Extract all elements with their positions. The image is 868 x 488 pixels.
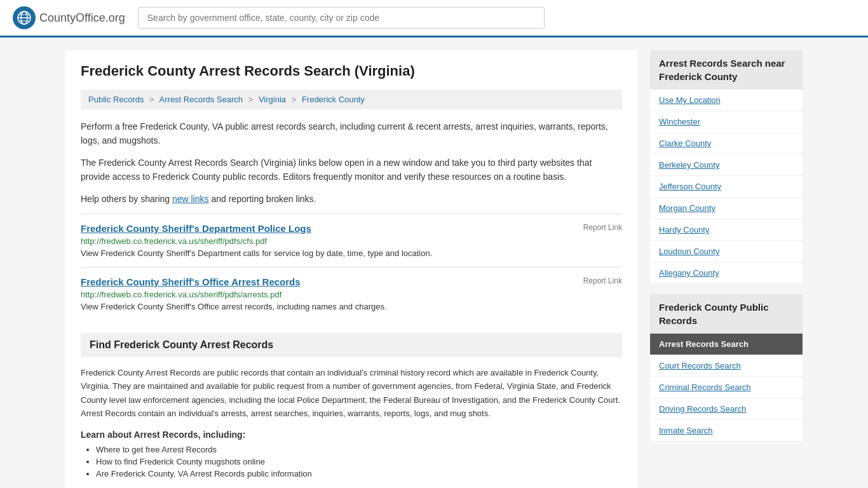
search-bar-container <box>138 7 545 29</box>
breadcrumb-virginia[interactable]: Virginia <box>259 95 286 104</box>
logo-text: CountyOffice.org <box>39 11 125 25</box>
sidebar-pr-arrest-records[interactable]: Arrest Records Search <box>650 334 803 355</box>
sidebar-public-records-section: Frederick County Public Records Arrest R… <box>650 294 803 442</box>
new-links-link[interactable]: new links <box>172 194 209 204</box>
learn-title: Learn about Arrest Records, including: <box>81 430 622 440</box>
sidebar-nearby-jefferson-county[interactable]: Jefferson County <box>650 176 803 198</box>
sidebar-nearby-hardy-county[interactable]: Hardy County <box>650 219 803 241</box>
find-section-title: Find Frederick County Arrest Records <box>81 333 622 357</box>
breadcrumb-arrest-records-search[interactable]: Arrest Records Search <box>159 95 243 104</box>
search-input[interactable] <box>138 7 545 29</box>
report-link-2[interactable]: Report Link <box>583 276 622 285</box>
sidebar-nearby-allegany-county[interactable]: Allegany County <box>650 262 803 284</box>
description-2: The Frederick County Arrest Records Sear… <box>81 156 622 184</box>
sidebar-nearby-loudoun-county[interactable]: Loudoun County <box>650 241 803 262</box>
result-url-1[interactable]: http://fredweb.co.frederick.va.us/sherif… <box>81 236 622 246</box>
sidebar: Arrest Records Search near Frederick Cou… <box>650 50 803 488</box>
sidebar-public-records-title: Frederick County Public Records <box>650 294 803 334</box>
sidebar-pr-criminal-records[interactable]: Criminal Records Search <box>650 377 803 398</box>
bullet-item-1: Where to get free Arrest Records <box>96 445 622 454</box>
bullet-list: Where to get free Arrest Records How to … <box>81 445 622 478</box>
result-item-1: Frederick County Sheriff's Department Po… <box>81 214 622 267</box>
sidebar-nearby-title: Arrest Records Search near Frederick Cou… <box>650 50 803 90</box>
logo-link[interactable]: CountyOffice.org <box>13 6 125 29</box>
breadcrumb-frederick-county[interactable]: Frederick County <box>302 95 365 104</box>
main-wrapper: Frederick County Arrest Records Search (… <box>53 37 815 488</box>
result-desc-2: View Frederick County Sheriff's Office a… <box>81 302 622 311</box>
sidebar-nearby-morgan-county[interactable]: Morgan County <box>650 198 803 219</box>
find-section: Find Frederick County Arrest Records Fre… <box>81 333 622 478</box>
sidebar-pr-driving-records[interactable]: Driving Records Search <box>650 398 803 420</box>
sidebar-nearby-berkeley-county[interactable]: Berkeley County <box>650 154 803 176</box>
report-link-1[interactable]: Report Link <box>583 223 622 232</box>
result-title-2[interactable]: Frederick County Sheriff's Office Arrest… <box>81 276 301 287</box>
bullet-item-2: How to find Frederick County mugshots on… <box>96 457 622 466</box>
description-1: Perform a free Frederick County, VA publ… <box>81 119 622 148</box>
logo-icon <box>13 6 36 29</box>
result-url-2[interactable]: http://fredweb.co.frederick.va.us/sherif… <box>81 290 622 299</box>
breadcrumb: Public Records > Arrest Records Search >… <box>81 90 622 109</box>
page-title: Frederick County Arrest Records Search (… <box>81 63 622 79</box>
result-title-1[interactable]: Frederick County Sheriff's Department Po… <box>81 223 311 234</box>
sidebar-pr-court-records[interactable]: Court Records Search <box>650 355 803 377</box>
description-3: Help others by sharing new links and rep… <box>81 192 622 206</box>
breadcrumb-public-records[interactable]: Public Records <box>88 95 144 104</box>
find-section-text: Frederick County Arrest Records are publ… <box>81 366 622 421</box>
sidebar-nearby-section: Arrest Records Search near Frederick Cou… <box>650 50 803 284</box>
header: CountyOffice.org <box>0 0 868 37</box>
sidebar-use-location[interactable]: Use My Location <box>650 90 803 111</box>
content-area: Frederick County Arrest Records Search (… <box>65 50 637 488</box>
bullet-item-3: Are Frederick County, VA Arrest Records … <box>96 469 622 478</box>
sidebar-nearby-clarke-county[interactable]: Clarke County <box>650 133 803 154</box>
sidebar-pr-inmate-search[interactable]: Inmate Search <box>650 420 803 442</box>
sidebar-nearby-winchester[interactable]: Winchester <box>650 111 803 133</box>
result-desc-1: View Frederick County Sheriff's Departme… <box>81 248 622 258</box>
result-item-2: Frederick County Sheriff's Office Arrest… <box>81 267 622 320</box>
